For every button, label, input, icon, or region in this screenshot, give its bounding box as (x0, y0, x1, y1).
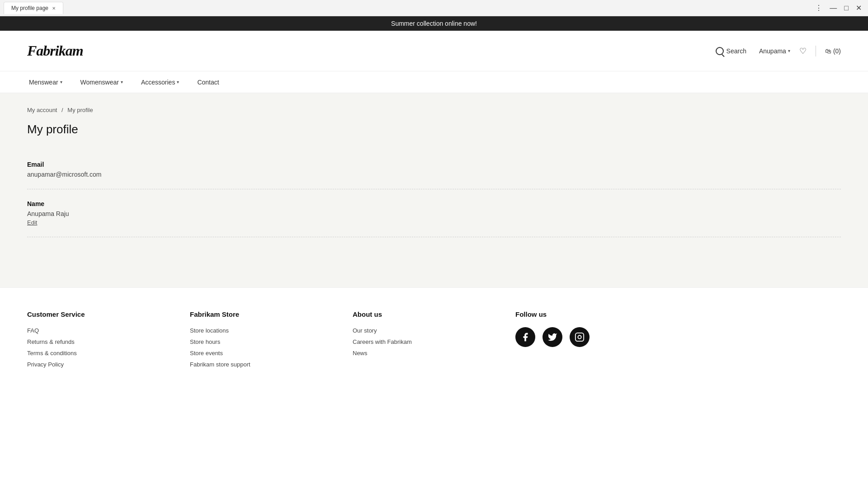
tab-title: My profile page (11, 5, 48, 11)
footer-about-title: About us (353, 310, 497, 318)
breadcrumb: My account / My profile (27, 107, 841, 113)
site-footer: Customer Service FAQ Returns & refunds T… (0, 287, 868, 390)
menswear-chevron-icon: ▾ (60, 80, 62, 84)
womenswear-chevron-icon: ▾ (121, 80, 123, 84)
footer-follow-title: Follow us (515, 310, 660, 318)
accessories-chevron-icon: ▾ (177, 80, 179, 84)
nav-menswear[interactable]: Menswear ▾ (27, 79, 64, 86)
footer-link-our-story[interactable]: Our story (353, 327, 497, 334)
footer-fabrikam-store: Fabrikam Store Store locations Store hou… (190, 310, 335, 372)
minimize-icon[interactable]: — (827, 3, 840, 13)
email-field: Email anupamar@microsoft.com (27, 150, 841, 189)
footer-follow-us: Follow us (515, 310, 660, 372)
svg-rect-0 (576, 333, 584, 341)
page-title: My profile (27, 122, 841, 136)
footer-customer-service: Customer Service FAQ Returns & refunds T… (27, 310, 172, 372)
site-logo[interactable]: Fabrikam (27, 42, 83, 59)
footer-link-careers[interactable]: Careers with Fabrikam (353, 338, 497, 345)
footer-link-store-locations[interactable]: Store locations (190, 327, 335, 334)
browser-chrome: My profile page ✕ ⋮ — □ ✕ (0, 0, 868, 16)
nav-womenswear[interactable]: Womenswear ▾ (79, 79, 125, 86)
announcement-bar: Summer collection online now! (0, 16, 868, 31)
cart-button[interactable]: 🛍 (0) (825, 47, 841, 55)
footer-link-returns[interactable]: Returns & refunds (27, 338, 172, 345)
nav-contact[interactable]: Contact (195, 79, 221, 86)
breadcrumb-separator: / (61, 107, 63, 113)
email-label: Email (27, 161, 841, 168)
announcement-text: Summer collection online now! (391, 20, 477, 27)
nav-menswear-label: Menswear (29, 79, 58, 86)
user-chevron-icon: ▾ (788, 48, 790, 53)
footer-link-faq[interactable]: FAQ (27, 327, 172, 334)
site-header: Fabrikam Search Anupama ▾ ♡ 🛍 (0) (0, 31, 868, 71)
facebook-icon[interactable] (515, 327, 535, 347)
footer-customer-service-title: Customer Service (27, 310, 172, 318)
nav-contact-label: Contact (197, 79, 219, 86)
footer-store-title: Fabrikam Store (190, 310, 335, 318)
breadcrumb-account-link[interactable]: My account (27, 107, 57, 113)
wishlist-button[interactable]: ♡ (799, 46, 807, 56)
footer-link-terms[interactable]: Terms & conditions (27, 350, 172, 357)
search-icon (716, 47, 724, 55)
breadcrumb-current: My profile (67, 107, 93, 113)
footer-link-news[interactable]: News (353, 350, 497, 357)
footer-grid: Customer Service FAQ Returns & refunds T… (27, 310, 660, 372)
twitter-icon[interactable] (542, 327, 562, 347)
nav-accessories[interactable]: Accessories ▾ (139, 79, 181, 86)
search-label: Search (726, 47, 746, 55)
site-nav: Menswear ▾ Womenswear ▾ Accessories ▾ Co… (0, 71, 868, 93)
edit-name-link[interactable]: Edit (27, 219, 37, 226)
search-button[interactable]: Search (712, 45, 750, 57)
header-divider (816, 46, 816, 56)
tab-close-icon[interactable]: ✕ (52, 6, 56, 11)
name-value: Anupama Raju (27, 210, 841, 217)
browser-tab[interactable]: My profile page ✕ (4, 2, 63, 14)
email-value: anupamar@microsoft.com (27, 171, 841, 178)
footer-link-privacy[interactable]: Privacy Policy (27, 361, 172, 368)
footer-link-store-hours[interactable]: Store hours (190, 338, 335, 345)
instagram-icon[interactable] (570, 327, 590, 347)
browser-window-controls: ⋮ — □ ✕ (812, 3, 864, 13)
browser-menu-icon[interactable]: ⋮ (812, 3, 825, 13)
main-content: My account / My profile My profile Email… (0, 93, 868, 287)
nav-womenswear-label: Womenswear (80, 79, 119, 86)
footer-link-store-events[interactable]: Store events (190, 350, 335, 357)
name-label: Name (27, 200, 841, 207)
footer-link-store-support[interactable]: Fabrikam store support (190, 361, 335, 368)
footer-about-us: About us Our story Careers with Fabrikam… (353, 310, 497, 372)
close-icon[interactable]: ✕ (853, 3, 864, 13)
user-label: Anupama (759, 47, 786, 55)
social-icons (515, 327, 660, 347)
maximize-icon[interactable]: □ (841, 3, 851, 13)
name-field: Name Anupama Raju Edit (27, 189, 841, 237)
nav-accessories-label: Accessories (141, 79, 175, 86)
cart-icon: 🛍 (825, 47, 831, 55)
header-actions: Search Anupama ▾ ♡ 🛍 (0) (712, 45, 841, 57)
user-account-button[interactable]: Anupama ▾ (759, 47, 790, 55)
cart-count: (0) (833, 47, 841, 55)
